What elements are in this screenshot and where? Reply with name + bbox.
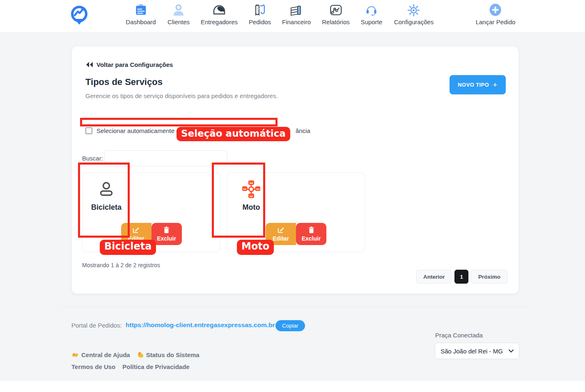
back-link-label: Voltar para Configurações [96,61,173,68]
headset-icon [365,4,378,16]
money-stack-icon [289,4,303,16]
help-center-link[interactable]: Central de Ajuda [71,351,130,358]
nav-label: Dashboard [126,18,156,25]
nav-label: Suporte [361,18,383,25]
copy-button[interactable]: Copiar [275,320,305,331]
nav-item-financeiro[interactable]: Financeiro [282,4,311,25]
biceps-icon [138,352,144,358]
system-status-link[interactable]: Status do Sistema [138,351,200,358]
auto-select-label-start: Selecionar automaticamente o [96,127,180,134]
service-name: Moto [243,203,260,212]
nav-item-pedidos[interactable]: Pedidos [249,4,271,25]
service-card-moto: Moto Editar Excluir [227,172,365,252]
privacy-label: Política de Privacidade [122,363,189,370]
delete-button-label: Excluir [157,235,176,242]
new-type-button-label: NOVO TIPO [458,82,489,88]
auto-select-checkbox[interactable] [85,127,92,134]
nav-label: Configurações [394,18,434,25]
footer-links-row-2: Termos de Uso Política de Privacidade [71,363,190,370]
service-name: Bicicleta [91,203,122,212]
pagination-next-button[interactable]: Próximo [471,270,507,284]
delete-button-label: Excluir [302,235,321,242]
pencil-icon [278,227,284,233]
person-icon [172,4,185,16]
pencil-icon [133,227,140,233]
search-input[interactable] [104,150,227,166]
nav-item-suporte[interactable]: Suporte [361,4,383,25]
service-actions: Editar Excluir [266,223,326,245]
page-subtitle: Gerencie os tipos de serviço disponíveis… [85,92,278,99]
edit-button[interactable]: Editar [266,223,296,245]
nav-item-clientes[interactable]: Clientes [167,4,190,25]
pagination-current-page[interactable]: 1 [454,270,468,284]
logo-pin-arrow-icon [68,3,91,28]
person-outline-icon [97,180,115,198]
receipt-icon [253,4,266,16]
nav-item-lancar-pedido[interactable]: Lançar Pedido [476,4,516,25]
service-identity: Moto [232,180,271,212]
nav-item-entregadores[interactable]: Entregadores [201,4,238,25]
service-types-panel: Voltar para Configurações Tipos de Servi… [71,46,519,294]
plus-circle-icon [489,4,502,16]
app-screen: Dashboard Clientes Entregadores [0,0,585,392]
terms-label: Termos de Uso [71,363,115,370]
delete-button[interactable]: Excluir [151,223,182,245]
terms-link[interactable]: Termos de Uso [71,363,115,370]
gear-icon [407,4,420,16]
trash-icon [308,227,314,233]
hub-nodes-icon [242,180,260,198]
nav-item-relatorios[interactable]: Relatórios [322,4,350,25]
new-type-button[interactable]: NOVO TIPO + [450,75,506,94]
nav-label: Lançar Pedido [476,18,516,25]
chevron-down-icon [509,349,514,353]
praca-select[interactable]: São João del Rei - MG [435,343,519,359]
clipboard-icon [134,4,147,16]
nav-label: Relatórios [322,18,350,25]
nav-item-dashboard[interactable]: Dashboard [126,4,156,25]
nav-label: Clientes [167,18,190,25]
back-to-settings-link[interactable]: Voltar para Configurações [85,61,173,68]
records-info: Mostrando 1 à 2 de 2 registros [82,262,160,268]
nav-label: Financeiro [282,18,311,25]
plus-icon: + [493,81,498,89]
chart-icon [329,4,342,16]
help-center-label: Central de Ajuda [81,351,130,358]
delete-button[interactable]: Excluir [296,223,326,245]
nav-label: Entregadores [201,18,238,25]
praca-conectada-label: Praça Conectada [435,332,483,339]
page-title: Tipos de Serviços [85,77,163,87]
system-status-label: Status do Sistema [146,351,200,358]
handshake-icon [71,352,79,358]
service-card-bicicleta: Bicicleta Editar Excluir [82,172,220,252]
nav-item-configuracoes[interactable]: Configurações [394,4,434,25]
nav-label: Pedidos [249,18,271,25]
helmet-icon [212,4,226,16]
edit-button-label: Editar [273,235,289,242]
edit-button[interactable]: Editar [121,223,151,245]
top-navigation: Dashboard Clientes Entregadores [0,0,585,33]
edit-button-label: Editar [128,235,145,242]
search-label: Buscar: [82,155,103,162]
portal-url-link[interactable]: https://homolog-client.entregasexpressas… [126,321,275,329]
footer-divider [62,307,530,307]
praca-select-value: São João del Rei - MG [440,348,503,355]
pagination: Anterior 1 Próximo [416,270,507,284]
auto-select-label-end: ância [296,127,310,134]
portal-label: Portal de Pedidos: [71,322,122,329]
trash-icon [163,227,170,233]
service-actions: Editar Excluir [121,223,182,245]
pagination-prev-button[interactable]: Anterior [416,270,452,284]
rewind-icon [85,62,93,68]
service-identity: Bicicleta [87,180,126,212]
privacy-link[interactable]: Política de Privacidade [122,363,189,370]
footer-links-row-1: Central de Ajuda Status do Sistema [71,351,200,358]
app-logo[interactable] [68,3,91,28]
